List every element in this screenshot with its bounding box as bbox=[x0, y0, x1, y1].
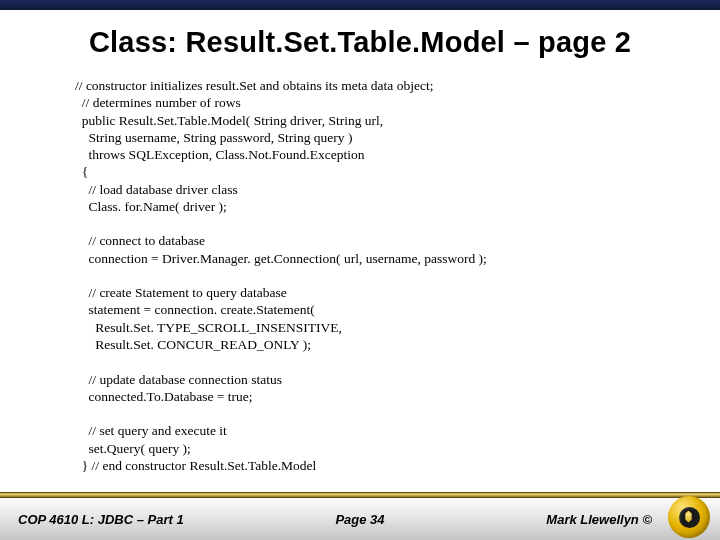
top-accent-bar bbox=[0, 0, 720, 10]
slide-title: Class: Result.Set.Table.Model – page 2 bbox=[0, 26, 720, 59]
footer-container: COP 4610 L: JDBC – Part 1 Page 34 Mark L… bbox=[0, 492, 720, 540]
footer-page-number: Page 34 bbox=[335, 512, 384, 527]
footer: COP 4610 L: JDBC – Part 1 Page 34 Mark L… bbox=[0, 498, 720, 540]
footer-course: COP 4610 L: JDBC – Part 1 bbox=[18, 512, 335, 527]
logo-outer-ring bbox=[668, 496, 710, 538]
code-content: // constructor initializes result.Set an… bbox=[0, 77, 720, 474]
logo-inner-pegasus bbox=[679, 507, 700, 528]
ucf-logo bbox=[668, 496, 710, 538]
footer-author: Mark Llewellyn © bbox=[335, 512, 702, 527]
